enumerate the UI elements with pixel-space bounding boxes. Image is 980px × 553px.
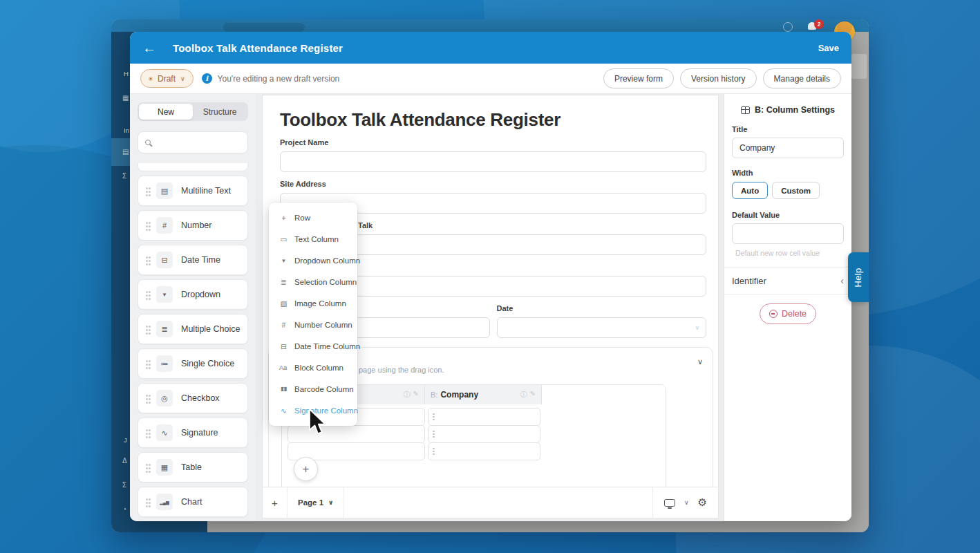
help-tab[interactable]: Help <box>848 252 869 302</box>
delete-label: Delete <box>782 309 807 319</box>
delete-column-button[interactable]: Delete <box>760 303 816 324</box>
title-field-label: Title <box>732 125 844 133</box>
minus-circle-icon <box>769 310 778 318</box>
menu-item-dropdown-column[interactable]: ▼Dropdown Column <box>269 250 357 272</box>
table-cell-input[interactable] <box>288 425 425 443</box>
form-builder-modal: ← Toolbox Talk Attendance Register Save … <box>130 32 851 521</box>
palette-item-multiple-choice[interactable]: ≣ Multiple Choice <box>138 314 248 344</box>
underlying-sidebar-item: In <box>124 126 129 134</box>
palette-item-single-choice[interactable]: ≔ Single Choice <box>138 348 248 379</box>
menu-item-image-column[interactable]: ▧Image Column <box>269 293 357 315</box>
drag-handle-icon <box>146 187 148 189</box>
table-column-b-header[interactable]: B: Company ⓘ ✎ <box>425 385 542 404</box>
menu-item-text-column[interactable]: ▭Text Column <box>269 229 357 250</box>
palette-item-checkbox[interactable]: ◎ Checkbox <box>138 383 248 413</box>
image-column-icon: ▧ <box>278 299 288 308</box>
edit-icon[interactable]: ✎ <box>530 390 536 400</box>
collapse-chevron-icon[interactable]: ∨ <box>697 357 703 366</box>
help-icon: ◔ <box>122 505 126 513</box>
date-time-column-icon: ⊟ <box>278 342 288 350</box>
menu-item-selection-column[interactable]: ≣Selection Column <box>269 272 357 293</box>
plus-icon: + <box>278 214 288 222</box>
palette-search[interactable] <box>138 131 248 153</box>
signature-column-icon: ∿ <box>278 406 288 415</box>
preview-form-button[interactable]: Preview form <box>603 68 674 88</box>
selection-column-icon: ≣ <box>278 278 288 286</box>
form-title[interactable]: Toolbox Talk Attendance Register <box>280 109 706 131</box>
add-row-button[interactable]: + <box>294 457 318 481</box>
modal-header: ← Toolbox Talk Attendance Register Save <box>130 32 851 64</box>
search-icon <box>145 140 151 145</box>
palette-item-dropdown[interactable]: ▼ Dropdown <box>138 279 248 310</box>
text-input[interactable] <box>280 151 706 172</box>
palette-item-number[interactable]: # Number <box>138 210 248 241</box>
default-value-input[interactable] <box>732 223 844 244</box>
drag-handle-icon <box>146 429 148 431</box>
info-icon[interactable]: ⓘ <box>404 390 411 400</box>
identifier-section-toggle[interactable]: Identifier ‹ <box>732 268 844 294</box>
back-arrow-icon[interactable]: ← <box>142 40 163 56</box>
menu-item-number-column[interactable]: #Number Column <box>269 315 357 336</box>
palette-item-label: Signature <box>181 428 218 438</box>
field-project-name[interactable]: Project Name <box>280 138 706 172</box>
table-cell-input[interactable] <box>428 425 540 443</box>
save-button[interactable]: Save <box>818 43 839 53</box>
edit-icon[interactable]: ✎ <box>413 390 419 400</box>
form-icon: Σ <box>122 172 126 180</box>
tab-structure[interactable]: Structure <box>193 104 247 120</box>
table-icon <box>741 106 750 114</box>
table-cell-input[interactable] <box>428 408 540 426</box>
palette-item-label: Table <box>181 462 202 472</box>
menu-item-label: Row <box>294 214 310 222</box>
column-title-input[interactable] <box>732 138 844 158</box>
menu-item-date-time-column[interactable]: ⊟Date Time Column <box>269 335 357 357</box>
palette-item-signature[interactable]: ∿ Signature <box>138 418 248 448</box>
block-column-icon: Aa <box>278 364 288 371</box>
chevron-down-icon[interactable]: ∨ <box>684 499 689 506</box>
table-cell-input[interactable] <box>428 442 540 460</box>
menu-item-signature-column[interactable]: ∿Signature Column <box>269 400 357 421</box>
version-history-button[interactable]: Version history <box>680 68 757 88</box>
form-icon: Σ <box>122 481 126 489</box>
field-date[interactable]: Date ∨ <box>497 297 707 338</box>
drag-handle-icon <box>146 222 148 224</box>
drag-handle-icon <box>146 498 148 500</box>
underlying-card <box>851 54 867 79</box>
menu-item-barcode-column[interactable]: ▮▯▮Barcode Column <box>269 378 357 400</box>
info-icon[interactable]: ⓘ <box>520 390 527 400</box>
add-column-menu: +Row ▭Text Column ▼Dropdown Column ≣Sele… <box>269 203 357 426</box>
help-circle-icon <box>783 22 793 32</box>
menu-item-block-column[interactable]: AaBlock Column <box>269 357 357 378</box>
width-auto-button[interactable]: Auto <box>732 182 768 199</box>
page-selector[interactable]: Page 1 ∨ <box>288 487 344 518</box>
date-time-icon: ⊟ <box>156 252 173 268</box>
manage-details-button[interactable]: Manage details <box>763 68 841 88</box>
tab-new[interactable]: New <box>139 104 193 120</box>
menu-item-row[interactable]: +Row <box>269 207 357 229</box>
draft-status-dropdown[interactable]: Draft ∨ <box>140 69 194 88</box>
search-input[interactable] <box>156 138 241 147</box>
width-custom-button[interactable]: Custom <box>772 182 820 199</box>
default-value-label: Default Value <box>732 211 844 219</box>
date-input[interactable]: ∨ <box>497 317 707 338</box>
palette-item-date-time[interactable]: ⊟ Date Time <box>138 245 248 275</box>
palette-item-multiline-text[interactable]: ▤ Multiline Text <box>138 176 248 206</box>
field-label: Date <box>497 304 707 313</box>
palette-item-table[interactable]: ▦ Table <box>138 452 248 482</box>
identifier-label: Identifier <box>732 276 766 286</box>
draft-dot-icon <box>149 77 153 81</box>
menu-item-label: Selection Column <box>294 278 357 286</box>
palette-item-label: Single Choice <box>181 359 234 368</box>
menu-item-label: Dropdown Column <box>294 256 360 265</box>
palette-item-label: Multiple Choice <box>181 324 240 334</box>
palette-item-chart[interactable]: ▂▄▆ Chart <box>138 487 248 517</box>
palette-item-label: Multiline Text <box>181 186 231 196</box>
modal-title: Toolbox Talk Attendance Register <box>173 42 343 54</box>
add-page-button[interactable]: + <box>263 487 288 518</box>
palette-item-label: Number <box>181 221 211 230</box>
device-preview-icon[interactable] <box>664 499 675 507</box>
single-choice-icon: ≔ <box>156 355 173 372</box>
divider <box>724 294 851 294</box>
gear-icon[interactable]: ⚙ <box>698 496 707 509</box>
column-letter: B: <box>431 391 437 399</box>
